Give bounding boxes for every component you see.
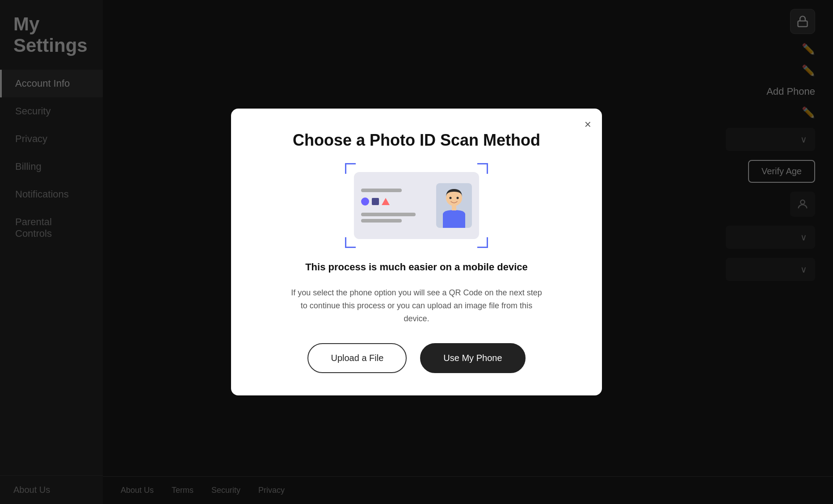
modal-subtitle: This process is much easier on a mobile … (305, 261, 528, 273)
modal-title: Choose a Photo ID Scan Method (293, 131, 540, 150)
id-lines-bottom (361, 213, 429, 223)
modal-buttons: Upload a File Use My Phone (307, 343, 525, 373)
id-line-2 (361, 213, 416, 216)
use-my-phone-button[interactable]: Use My Phone (420, 343, 525, 373)
corner-br (477, 237, 488, 248)
shape-circle (361, 197, 369, 206)
svg-point-3 (450, 197, 452, 199)
id-card-left (361, 189, 429, 223)
id-card (354, 172, 479, 239)
svg-rect-5 (452, 205, 456, 210)
id-illustration (345, 163, 488, 248)
id-shapes (361, 197, 429, 206)
corner-tr (477, 163, 488, 174)
id-card-photo (436, 183, 472, 228)
upload-file-button[interactable]: Upload a File (307, 343, 407, 373)
shape-triangle (382, 198, 390, 205)
modal-description: If you select the phone option you will … (287, 286, 546, 325)
corner-tl (345, 163, 356, 174)
modal: × Choose a Photo ID Scan Method (231, 109, 602, 395)
modal-close-button[interactable]: × (585, 118, 591, 131)
svg-point-4 (457, 197, 459, 199)
id-line-1 (361, 189, 402, 192)
modal-backdrop: × Choose a Photo ID Scan Method (0, 0, 833, 504)
id-line-3 (361, 219, 402, 223)
corner-bl (345, 237, 356, 248)
shape-square (372, 198, 379, 205)
